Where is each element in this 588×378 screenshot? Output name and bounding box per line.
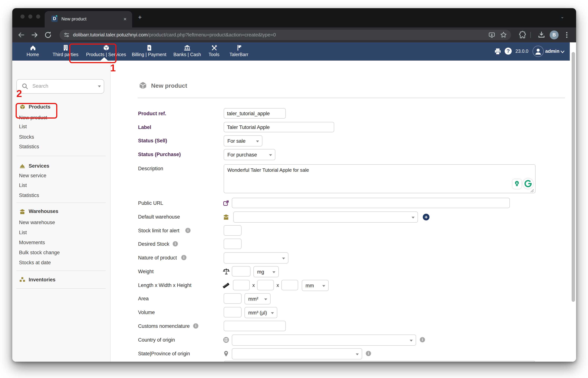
tab-search-chevron-icon[interactable]: ⌄: [560, 14, 564, 19]
label-input[interactable]: [224, 122, 334, 132]
status-purchase-select[interactable]: For purchase: [224, 149, 275, 160]
sidebar-item-stocks[interactable]: Stocks: [19, 134, 34, 140]
row-label: Label: [111, 122, 576, 133]
sidebar-item-services-list[interactable]: List: [19, 183, 27, 188]
desired-stock-input[interactable]: [224, 239, 242, 249]
volume-input[interactable]: [224, 307, 242, 317]
stock-limit-input[interactable]: [224, 225, 242, 236]
nav-home[interactable]: Home: [19, 42, 47, 61]
search-dropdown-caret[interactable]: [98, 85, 101, 87]
sidebar-item-movements[interactable]: Movements: [19, 240, 45, 245]
sidebar-item-warehouses-list[interactable]: List: [19, 230, 27, 235]
new-tab-button[interactable]: +: [138, 14, 142, 21]
bookmark-star-icon[interactable]: [500, 31, 507, 39]
page-content: Search Products New product List Stocks …: [12, 61, 576, 362]
row-status-sell: Status (Sell) For sale: [111, 135, 576, 147]
customs-input[interactable]: [224, 321, 286, 331]
site-settings-icon[interactable]: [63, 32, 70, 38]
scrollbar-thumb[interactable]: [572, 52, 575, 302]
title-divider: [138, 98, 565, 98]
volume-label: Volume: [138, 310, 155, 315]
nav-talerbarr[interactable]: TalerBarr: [224, 42, 254, 61]
scale-icon: [223, 268, 229, 275]
downloads-icon[interactable]: [537, 30, 546, 40]
row-description: Description Wonderful Taler Tutorial App…: [111, 164, 576, 194]
weight-input[interactable]: [232, 266, 250, 277]
customs-label: Customs nomenclature: [138, 323, 190, 329]
external-link-icon[interactable]: [223, 200, 229, 206]
state-info-icon[interactable]: i: [366, 351, 371, 356]
volume-unit-value: mm³ (µl): [248, 310, 267, 316]
area-input[interactable]: [224, 293, 242, 304]
length-input[interactable]: [233, 280, 250, 290]
sidebar-item-new-service[interactable]: New service: [19, 173, 46, 178]
product-ref-input[interactable]: [224, 108, 286, 119]
dimensions-unit-select[interactable]: mm: [302, 280, 329, 291]
traffic-light-zoom[interactable]: [36, 14, 40, 19]
dimensions-unit-value: mm: [305, 283, 314, 288]
row-weight: Weight mg: [111, 266, 576, 277]
user-name[interactable]: admin: [545, 48, 559, 54]
height-input[interactable]: [281, 280, 298, 290]
user-avatar[interactable]: [532, 46, 544, 57]
row-status-purchase: Status (Purchase) For purchase: [111, 149, 576, 160]
stock-limit-label: Stock limit for alert: [138, 228, 179, 233]
desired-stock-info-icon[interactable]: i: [173, 241, 178, 246]
forward-button[interactable]: [30, 30, 39, 40]
dims-separator: x: [252, 283, 255, 288]
select-caret-icon: [412, 217, 415, 218]
address-bar[interactable]: dolibarr.tutorial.taler.potuzhnyi.com/pr…: [59, 30, 511, 40]
textarea-resize-handle[interactable]: [530, 189, 534, 192]
select-caret-icon: [356, 353, 359, 355]
nav-billing-payment-label: Billing | Payment: [128, 52, 170, 57]
nature-label: Nature of product: [138, 255, 177, 260]
stock-limit-info-icon[interactable]: i: [185, 228, 190, 233]
sidebar-item-new-warehouse[interactable]: New warehouse: [19, 220, 55, 225]
select-caret-icon: [271, 312, 274, 314]
width-input[interactable]: [257, 280, 274, 290]
tab-close-icon[interactable]: ×: [122, 16, 128, 22]
services-section-icon: [19, 163, 25, 169]
toolbar-separator: [530, 32, 531, 38]
volume-unit-select[interactable]: mm³ (µl): [244, 307, 277, 318]
state-select[interactable]: [232, 348, 362, 359]
sidebar-item-bulk-stock-change[interactable]: Bulk stock change: [19, 250, 60, 255]
browser-profile-avatar[interactable]: B: [550, 30, 559, 40]
country-info-icon[interactable]: i: [420, 337, 425, 342]
sidebar-search[interactable]: Search: [16, 79, 104, 94]
note-textarea[interactable]: [224, 361, 535, 362]
nav-banks-cash[interactable]: Banks | Cash: [170, 42, 204, 61]
nature-info-icon[interactable]: i: [181, 255, 186, 260]
weight-unit-select[interactable]: mg: [253, 266, 279, 277]
nav-billing-payment[interactable]: $ Billing | Payment: [128, 42, 170, 61]
public-url-input[interactable]: [232, 198, 510, 208]
status-sell-select[interactable]: For sale: [224, 135, 262, 147]
install-app-icon[interactable]: [488, 32, 495, 39]
reload-button[interactable]: [43, 30, 53, 40]
help-icon[interactable]: ?: [505, 48, 512, 55]
sidebar-item-services-statistics[interactable]: Statistics: [19, 192, 39, 198]
add-warehouse-button[interactable]: +: [423, 214, 430, 220]
search-placeholder: Search: [32, 83, 48, 89]
browser-menu-kebab-icon[interactable]: [562, 30, 571, 40]
grammarly-suggestion-icon[interactable]: [513, 179, 521, 189]
back-button[interactable]: [17, 30, 26, 40]
user-menu-chevron-icon[interactable]: [560, 49, 565, 54]
sidebar-item-products-list[interactable]: List: [19, 124, 27, 129]
area-unit-select[interactable]: mm²: [244, 293, 271, 304]
nature-select[interactable]: [224, 252, 288, 264]
traffic-light-minimize[interactable]: [28, 14, 32, 19]
sidebar-item-products-statistics[interactable]: Statistics: [19, 144, 39, 149]
extensions-puzzle-icon[interactable]: [518, 30, 527, 40]
sidebar-item-stocks-at-date[interactable]: Stocks at date: [19, 260, 51, 265]
browser-tab[interactable]: D New product ×: [45, 11, 132, 27]
nav-tools[interactable]: Tools: [204, 42, 224, 61]
country-select[interactable]: [232, 335, 416, 346]
print-icon[interactable]: [494, 48, 501, 55]
default-warehouse-select[interactable]: [233, 212, 418, 223]
traffic-light-close[interactable]: [20, 14, 25, 19]
favicon-dot: [56, 15, 57, 17]
grammarly-g-icon[interactable]: [523, 178, 533, 189]
customs-info-icon[interactable]: i: [193, 323, 198, 329]
description-textarea[interactable]: Wonderful Taler Tutorial Apple for sale: [224, 164, 535, 193]
